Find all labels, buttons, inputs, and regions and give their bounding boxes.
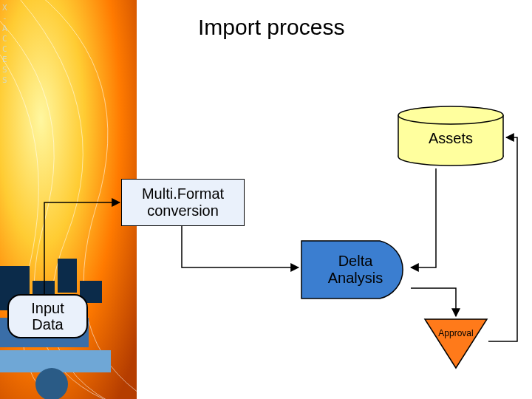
svg-text:C: C <box>2 44 7 54</box>
svg-text:X: X <box>2 3 7 13</box>
svg-text:C: C <box>2 34 7 44</box>
svg-point-7 <box>35 368 68 399</box>
node-approval-label: Approval <box>423 328 488 338</box>
diagram-canvas: X-A CCE SS Import process <box>0 0 532 399</box>
node-assets-label: Assets <box>397 130 505 147</box>
node-assets: Assets <box>397 105 505 167</box>
svg-point-20 <box>398 106 503 124</box>
sidebar-decorative-image: X-A CCE SS <box>0 0 137 399</box>
svg-text:A: A <box>2 24 7 33</box>
svg-text:-: - <box>2 13 7 23</box>
node-multiformat-label: Multi.Format conversion <box>142 185 224 219</box>
node-multiformat: Multi.Format conversion <box>121 179 245 226</box>
svg-text:S: S <box>2 75 7 85</box>
node-input-label: Input Data <box>31 300 64 332</box>
svg-rect-3 <box>58 259 77 293</box>
diagram-title: Import process <box>198 15 344 40</box>
svg-text:S: S <box>2 65 7 75</box>
svg-marker-21 <box>425 319 487 368</box>
node-delta-label: Delta Analysis <box>300 253 411 287</box>
node-input-data: Input Data <box>7 294 88 338</box>
node-approval: Approval <box>423 318 488 369</box>
svg-text:E: E <box>2 55 7 64</box>
node-delta-analysis: Delta Analysis <box>300 239 411 300</box>
